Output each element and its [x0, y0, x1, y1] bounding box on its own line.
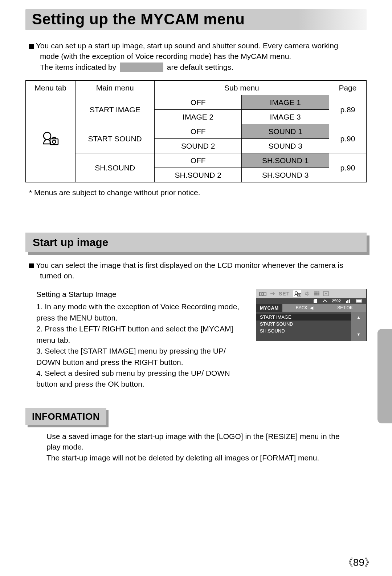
svg-point-4: [262, 293, 264, 295]
steps-subtitle: Setting a Startup Image: [36, 289, 249, 300]
intro-line3a: The items indicated by: [40, 63, 118, 71]
svg-rect-19: [346, 301, 347, 303]
bullet-icon: [29, 263, 34, 268]
cell-0a: OFF: [154, 95, 241, 110]
lcd-topbar: SET: [256, 289, 366, 298]
cell-1b: SOUND 1: [242, 124, 329, 139]
cell-0b: IMAGE 1: [242, 95, 329, 110]
cell-0d: IMAGE 3: [242, 110, 329, 124]
svg-point-18: [325, 293, 327, 294]
th-menu-tab: Menu tab: [26, 81, 75, 95]
svg-point-0: [44, 132, 51, 140]
cell-page-2: p.90: [329, 153, 366, 182]
step-1: 1. In any mode with the exception of Voi…: [36, 301, 249, 323]
cell-1c: SOUND 2: [154, 139, 241, 153]
cell-1a: OFF: [154, 124, 241, 139]
cell-2c: SH.SOUND 2: [154, 168, 241, 182]
svg-rect-10: [318, 291, 319, 293]
svg-rect-6: [298, 294, 301, 296]
svg-rect-11: [314, 293, 316, 294]
arrow-right-icon: [270, 291, 275, 296]
svg-rect-13: [318, 293, 319, 294]
svg-rect-21: [349, 299, 350, 303]
section-desc: You can select the image that is first d…: [29, 260, 367, 281]
default-swatch: [120, 63, 163, 72]
grid-icon: [314, 291, 319, 296]
th-main-menu: Main menu: [75, 81, 155, 95]
cell-main-1: START SOUND: [75, 124, 155, 153]
svg-rect-23: [362, 300, 362, 302]
page-number-value: 89: [353, 557, 364, 568]
camera-icon: [259, 291, 266, 296]
page-title-bar: Setting up the MYCAM menu: [25, 9, 367, 30]
desc-line2: turned on.: [40, 271, 367, 281]
th-page: Page: [329, 81, 366, 95]
svg-rect-12: [316, 293, 318, 294]
intro-line2: mode (with the exception of Voice record…: [40, 51, 367, 61]
svg-point-5: [295, 291, 298, 294]
lcd-item-1: START SOUND: [256, 321, 351, 327]
info-text: Use a saved image for the start-up image…: [46, 431, 367, 463]
lcd-ok: SET:OK: [337, 305, 353, 310]
svg-rect-14: [314, 294, 316, 295]
side-thumb-tab: [377, 329, 392, 423]
lcd-infobar: 2592: [256, 298, 366, 304]
page-title: Setting up the MYCAM menu: [32, 11, 360, 28]
section-heading-startup: Start up image: [25, 233, 367, 252]
cell-2b: SH.SOUND 1: [242, 153, 329, 168]
page-number: 《89》: [343, 556, 375, 569]
step-2: 2. Press the LEFT/ RIGHT button and sele…: [36, 323, 249, 346]
lcd-menulist: START IMAGE START SOUND SH.SOUND ▲ ▼: [256, 312, 366, 341]
cell-main-2: SH.SOUND: [75, 153, 155, 182]
info-line2: play mode.: [46, 442, 367, 452]
cell-main-0: START IMAGE: [75, 95, 155, 124]
info-heading: INFORMATION: [25, 408, 106, 425]
svg-point-7: [299, 294, 300, 296]
desc-line1: You can select the image that is first d…: [36, 261, 343, 269]
battery-icon: [356, 299, 363, 303]
svg-rect-9: [316, 291, 318, 293]
lcd-menubar: MYCAM BACK: ◀ SET:OK: [256, 304, 366, 312]
lcd-mockup: SET 2592 MYCAM: [256, 289, 367, 341]
intro-text: You can set up a start up image, start u…: [29, 40, 367, 72]
cell-2a: OFF: [154, 153, 241, 168]
intro-line3b: are default settings.: [167, 63, 233, 71]
lcd-up-arrow: ▲: [357, 315, 361, 319]
mycam-tab-icon: [293, 290, 301, 297]
lcd-item-0: START IMAGE: [256, 314, 351, 321]
cell-2d: SH.SOUND 3: [242, 168, 329, 182]
bullet-icon: [29, 44, 34, 49]
cell-1d: SOUND 3: [242, 139, 329, 153]
menu-table: Menu tab Main menu Sub menu Page START I…: [25, 80, 367, 182]
lcd-item-2: SH.SOUND: [256, 327, 351, 334]
mycam-icon: [41, 131, 60, 147]
up-caret-icon: [323, 299, 327, 303]
frame-icon: [323, 291, 329, 296]
step-3: 3. Select the [START IMAGE] menu by pres…: [36, 346, 249, 368]
svg-point-2: [53, 140, 56, 143]
lcd-set-label: SET: [279, 291, 290, 297]
speaker-icon: [305, 291, 311, 296]
info-line3: The start-up image will not be deleted b…: [46, 452, 367, 463]
svg-rect-20: [347, 300, 348, 303]
lcd-down-arrow: ▼: [357, 332, 361, 337]
lcd-resolution: 2592: [332, 299, 341, 303]
quality-icon: [346, 299, 351, 303]
svg-rect-8: [314, 291, 316, 293]
cell-page-0: p.89: [329, 95, 366, 124]
card-icon: [313, 299, 318, 303]
svg-rect-24: [356, 300, 361, 302]
lcd-back: BACK:: [296, 305, 309, 310]
svg-rect-15: [316, 294, 318, 295]
intro-line1: You can set up a start up image, start u…: [36, 41, 338, 50]
svg-rect-16: [318, 294, 319, 295]
info-line1: Use a saved image for the start-up image…: [46, 431, 367, 442]
cell-page-1: p.90: [329, 124, 366, 153]
menu-tab-icon-cell: [26, 95, 75, 182]
section-heading-text: Start up image: [33, 236, 359, 249]
th-sub-menu: Sub menu: [154, 81, 329, 95]
lcd-tab-name: MYCAM: [256, 304, 282, 312]
steps-list: Setting a Startup Image 1. In any mode w…: [36, 289, 249, 390]
info-heading-text: INFORMATION: [32, 411, 100, 422]
step-4: 4. Select a desired sub menu by pressing…: [36, 368, 249, 390]
